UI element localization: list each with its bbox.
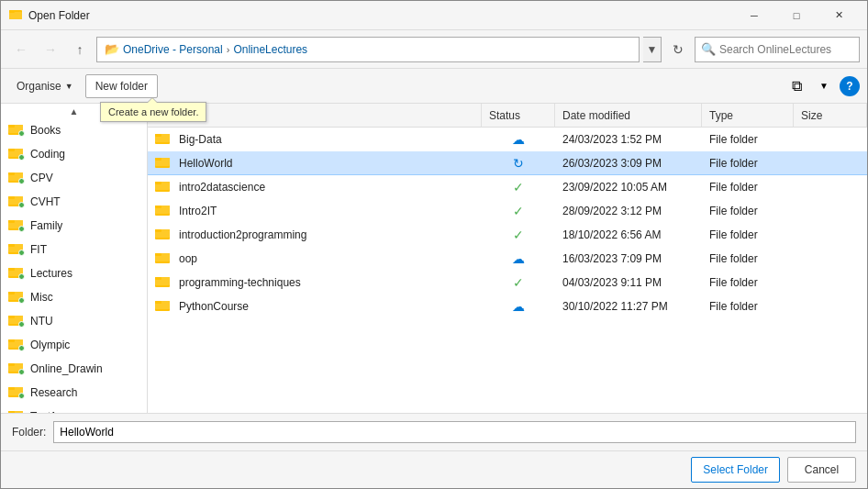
maximize-button[interactable]: □ bbox=[775, 1, 818, 30]
folder-label: Folder: bbox=[12, 426, 46, 439]
cancel-button[interactable]: Cancel bbox=[787, 457, 856, 483]
file-name: Intro2IT bbox=[148, 199, 482, 222]
file-date: 18/10/2022 6:56 AM bbox=[555, 223, 702, 246]
table-row[interactable]: Intro2IT ✓ 28/09/2022 3:12 PM File folde… bbox=[148, 199, 867, 223]
select-folder-button[interactable]: Select Folder bbox=[691, 457, 780, 483]
col-header-type[interactable]: Type bbox=[702, 104, 794, 127]
sidebar-item-lectures[interactable]: Lectures bbox=[1, 261, 147, 285]
sidebar-item-label: Coding bbox=[30, 148, 65, 161]
sidebar-item-test1[interactable]: Test1 bbox=[1, 405, 147, 413]
file-date: 16/03/2023 7:09 PM bbox=[555, 247, 702, 270]
file-type: File folder bbox=[702, 223, 794, 246]
folder-icon bbox=[8, 408, 25, 414]
sidebar-item-fit[interactable]: FIT bbox=[1, 238, 147, 261]
table-row[interactable]: HelloWorld ↻ 26/03/2023 3:09 PM File fol… bbox=[148, 151, 867, 175]
file-type: File folder bbox=[702, 175, 794, 198]
folder-bar: Folder: bbox=[1, 413, 867, 450]
view-dropdown-button[interactable]: ▼ bbox=[812, 74, 836, 98]
col-header-date[interactable]: Date modified bbox=[555, 104, 702, 127]
table-row[interactable]: programming-techniques ✓ 04/03/2023 9:11… bbox=[148, 271, 867, 295]
back-button[interactable]: ← bbox=[8, 37, 34, 62]
svg-rect-65 bbox=[155, 253, 161, 256]
svg-rect-14 bbox=[8, 196, 15, 199]
folder-icon bbox=[8, 289, 25, 306]
sidebar-item-label: CPV bbox=[30, 172, 53, 184]
col-header-size[interactable]: Size bbox=[794, 104, 867, 127]
file-date: 24/03/2023 1:52 PM bbox=[555, 128, 702, 150]
svg-rect-23 bbox=[8, 268, 15, 271]
folder-icon bbox=[8, 361, 25, 378]
folder-icon bbox=[155, 298, 173, 314]
folder-input[interactable] bbox=[53, 421, 856, 443]
forward-button[interactable]: → bbox=[38, 37, 63, 62]
col-header-status[interactable]: Status bbox=[482, 104, 555, 127]
sidebar-item-ntu[interactable]: NTU bbox=[1, 309, 147, 333]
refresh-button[interactable]: ↻ bbox=[665, 37, 691, 62]
svg-rect-62 bbox=[155, 229, 161, 232]
status-icon: ☁ bbox=[512, 251, 525, 266]
breadcrumb-onedrive[interactable]: OneDrive - Personal bbox=[123, 43, 223, 56]
close-button[interactable]: ✕ bbox=[818, 1, 860, 30]
sidebar-item-onlinedrawin[interactable]: Online_Drawin bbox=[1, 357, 147, 381]
file-status: ✓ bbox=[482, 223, 555, 246]
folder-icon bbox=[155, 179, 173, 194]
table-row[interactable]: oop ☁ 16/03/2023 7:09 PM File folder bbox=[148, 247, 867, 271]
file-type: File folder bbox=[702, 199, 794, 222]
minimize-button[interactable]: ─ bbox=[733, 1, 775, 30]
sidebar-item-label: Family bbox=[30, 219, 62, 232]
table-row[interactable]: PythonCourse ☁ 30/10/2022 11:27 PM File … bbox=[148, 295, 867, 318]
help-button[interactable]: ? bbox=[840, 76, 860, 96]
new-folder-button[interactable]: New folder bbox=[85, 74, 158, 98]
table-row[interactable]: Big-Data ☁ 24/03/2023 1:52 PM File folde… bbox=[148, 128, 867, 151]
address-dropdown-button[interactable]: ▼ bbox=[643, 37, 662, 62]
sidebar-item-research[interactable]: Research bbox=[1, 381, 147, 405]
view-dropdown-arrow: ▼ bbox=[819, 81, 829, 91]
breadcrumb-folder[interactable]: OnlineLectures bbox=[233, 43, 307, 56]
organise-button[interactable]: Organise ▼ bbox=[8, 74, 82, 98]
file-type: File folder bbox=[702, 247, 794, 270]
folder-icon bbox=[8, 217, 25, 235]
sidebar-item-coding[interactable]: Coding bbox=[1, 142, 147, 166]
svg-rect-59 bbox=[155, 206, 161, 208]
sidebar-item-label: CVHT bbox=[30, 195, 61, 208]
sidebar-item-family[interactable]: Family bbox=[1, 214, 147, 238]
file-status: ☁ bbox=[482, 128, 555, 150]
search-icon: 🔍 bbox=[701, 42, 716, 56]
file-name-label: oop bbox=[179, 252, 197, 265]
table-row[interactable]: introduction2programming ✓ 18/10/2022 6:… bbox=[148, 223, 867, 247]
file-size bbox=[794, 247, 867, 270]
dialog-title: Open Folder bbox=[28, 9, 733, 22]
file-size bbox=[794, 223, 867, 246]
folder-icon bbox=[155, 203, 173, 218]
address-path[interactable]: 📂 OneDrive - Personal › OnlineLectures bbox=[96, 37, 640, 62]
file-status: ✓ bbox=[482, 199, 555, 222]
file-status: ↻ bbox=[482, 151, 555, 174]
file-size bbox=[794, 199, 867, 222]
file-name: programming-techniques bbox=[148, 271, 482, 294]
sidebar-item-olympic[interactable]: Olympic bbox=[1, 333, 147, 357]
open-folder-dialog: Open Folder ─ □ ✕ ← → ↑ 📂 OneDrive - Per… bbox=[0, 0, 868, 489]
status-icon: ↻ bbox=[513, 156, 524, 171]
sidebar-item-cvht[interactable]: CVHT bbox=[1, 190, 147, 214]
file-name-label: intro2datascience bbox=[179, 181, 265, 194]
sidebar-item-cpv[interactable]: CPV bbox=[1, 166, 147, 190]
sidebar-list: Books Coding CPV CVHT bbox=[1, 118, 147, 413]
table-row[interactable]: intro2datascience ✓ 23/09/2022 10:05 AM … bbox=[148, 175, 867, 199]
sidebar-item-label: Books bbox=[30, 124, 61, 137]
folder-icon bbox=[8, 265, 25, 283]
search-input[interactable] bbox=[719, 43, 857, 56]
sidebar-item-misc[interactable]: Misc bbox=[1, 285, 147, 309]
file-name: oop bbox=[148, 247, 482, 270]
svg-rect-35 bbox=[8, 363, 15, 366]
address-bar: ← → ↑ 📂 OneDrive - Personal › OnlineLect… bbox=[1, 30, 867, 69]
status-icon: ☁ bbox=[512, 299, 525, 314]
view-button[interactable]: ⧉ bbox=[785, 74, 808, 98]
status-icon: ✓ bbox=[513, 180, 524, 194]
organise-label: Organise bbox=[17, 80, 61, 93]
up-button[interactable]: ↑ bbox=[67, 37, 93, 62]
svg-rect-2 bbox=[9, 10, 15, 13]
status-icon: ✓ bbox=[513, 275, 524, 290]
status-icon: ☁ bbox=[512, 132, 525, 147]
file-type: File folder bbox=[702, 151, 794, 174]
folder-icon bbox=[8, 194, 25, 211]
